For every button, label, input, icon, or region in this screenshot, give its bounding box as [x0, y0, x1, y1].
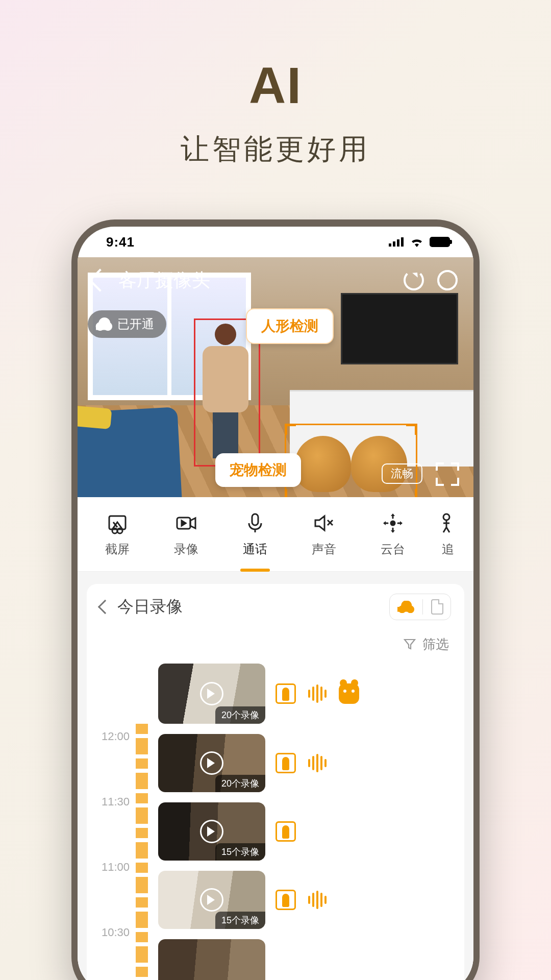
- human-tag-icon: [276, 683, 296, 704]
- control-bar: 截屏 录像 通话 声音 云台 追: [78, 497, 473, 572]
- recordings-title[interactable]: 今日录像: [117, 596, 183, 618]
- refresh-button[interactable]: [402, 268, 425, 292]
- track-icon: [436, 511, 460, 535]
- pet-tag-icon: [339, 683, 359, 704]
- cloud-status-badge[interactable]: 已开通: [88, 310, 166, 338]
- clip-thumbnail[interactable]: 15个录像: [158, 802, 265, 861]
- svg-rect-1: [393, 241, 395, 247]
- svg-point-9: [391, 521, 395, 525]
- chevron-left-icon[interactable]: [98, 600, 112, 614]
- back-button[interactable]: [88, 268, 111, 291]
- cloud-icon: [95, 316, 112, 332]
- scissors-icon: [106, 511, 129, 535]
- track-button[interactable]: 追: [427, 497, 468, 571]
- screenshot-button[interactable]: 截屏: [83, 497, 152, 571]
- filter-icon[interactable]: [403, 638, 416, 651]
- svg-rect-8: [252, 514, 258, 525]
- clip-item[interactable]: [148, 934, 464, 980]
- recordings-header: 今日录像: [87, 584, 464, 630]
- human-tag-icon: [276, 753, 296, 773]
- clip-list[interactable]: 20个录像 20个录像: [148, 658, 464, 980]
- clip-thumbnail[interactable]: 20个录像: [158, 734, 265, 792]
- clip-item[interactable]: 20个录像: [148, 729, 464, 797]
- status-icons: [389, 237, 450, 247]
- camera-live-view[interactable]: 人形检测 宠物检测 客厅摄像头 已开通 流畅: [78, 257, 473, 497]
- phone-screen: 9:41 人形检测 宠物检测 客厅摄像头: [78, 227, 473, 980]
- clip-thumbnail[interactable]: 15个录像: [158, 871, 265, 929]
- sound-tag-icon: [307, 753, 328, 773]
- talk-button[interactable]: 通话: [220, 497, 289, 571]
- clip-tags: [276, 821, 296, 842]
- settings-button[interactable]: [436, 268, 459, 292]
- play-icon: [200, 888, 223, 912]
- clip-count: 15个录像: [215, 912, 265, 929]
- ptz-icon: [381, 511, 405, 535]
- sound-tag-icon: [307, 683, 328, 704]
- microphone-icon: [243, 511, 267, 535]
- sound-button[interactable]: 声音: [289, 497, 358, 571]
- recordings-section: 今日录像 筛选 12:00 11:30: [78, 572, 473, 980]
- clip-thumbnail[interactable]: [158, 939, 265, 980]
- timeline[interactable]: 12:00 11:30 11:00 10:30: [87, 658, 148, 980]
- clip-count: 20个录像: [215, 706, 265, 724]
- time-label: 11:30: [102, 795, 130, 808]
- clip-count: 15个录像: [215, 843, 265, 861]
- play-icon: [200, 751, 223, 775]
- clip-thumbnail[interactable]: 20个录像: [158, 664, 265, 724]
- clip-tags: [276, 683, 359, 704]
- hero-subtitle: 让智能更好用: [0, 130, 551, 169]
- clip-item[interactable]: 20个录像: [148, 658, 464, 729]
- battery-icon: [430, 237, 450, 247]
- pet-detection-box: [285, 424, 417, 497]
- svg-rect-0: [389, 243, 391, 247]
- status-bar: 9:41: [78, 227, 473, 257]
- svg-rect-3: [401, 237, 404, 247]
- svg-rect-2: [397, 239, 399, 247]
- time-label: 11:00: [102, 861, 130, 874]
- hero: AI 让智能更好用: [0, 0, 551, 200]
- wifi-icon: [410, 237, 423, 247]
- cloud-storage-icon: [397, 601, 414, 613]
- sd-card-icon: [431, 599, 443, 615]
- human-tag-icon: [276, 890, 296, 910]
- status-time: 9:41: [106, 234, 135, 250]
- gear-icon: [437, 270, 458, 290]
- human-detection-label: 人形检测: [246, 308, 334, 344]
- video-header: 客厅摄像头: [78, 257, 473, 303]
- camera-title: 客厅摄像头: [118, 268, 210, 293]
- play-icon: [200, 820, 223, 843]
- signal-icon: [389, 237, 404, 247]
- camcorder-icon: [174, 511, 198, 535]
- filter-label[interactable]: 筛选: [422, 635, 449, 653]
- sound-tag-icon: [307, 890, 328, 910]
- recordings-card: 今日录像 筛选 12:00 11:30: [87, 584, 464, 980]
- quality-button[interactable]: 流畅: [382, 463, 422, 484]
- storage-toggle[interactable]: [389, 594, 452, 620]
- svg-point-6: [117, 528, 122, 533]
- clip-tags: [276, 753, 328, 773]
- svg-point-10: [443, 514, 449, 520]
- clip-item[interactable]: 15个录像: [148, 797, 464, 866]
- record-button[interactable]: 录像: [152, 497, 220, 571]
- time-label: 12:00: [102, 730, 130, 743]
- play-icon: [200, 682, 223, 705]
- speaker-mute-icon: [312, 511, 336, 535]
- ptz-button[interactable]: 云台: [358, 497, 427, 571]
- clip-tags: [276, 890, 328, 910]
- clip-item[interactable]: 15个录像: [148, 866, 464, 934]
- filter-row: 筛选: [87, 630, 464, 658]
- pet-detection-label: 宠物检测: [215, 453, 301, 487]
- refresh-icon: [404, 270, 424, 290]
- time-label: 10:30: [102, 926, 130, 939]
- fullscreen-button[interactable]: [436, 462, 459, 486]
- phone-frame: 9:41 人形检测 宠物检测 客厅摄像头: [71, 219, 480, 980]
- recordings-body: 12:00 11:30 11:00 10:30 20个录像: [87, 658, 464, 980]
- human-tag-icon: [276, 821, 296, 842]
- hero-title: AI: [0, 56, 551, 115]
- clip-count: 20个录像: [215, 775, 265, 792]
- cloud-status-text: 已开通: [117, 316, 154, 332]
